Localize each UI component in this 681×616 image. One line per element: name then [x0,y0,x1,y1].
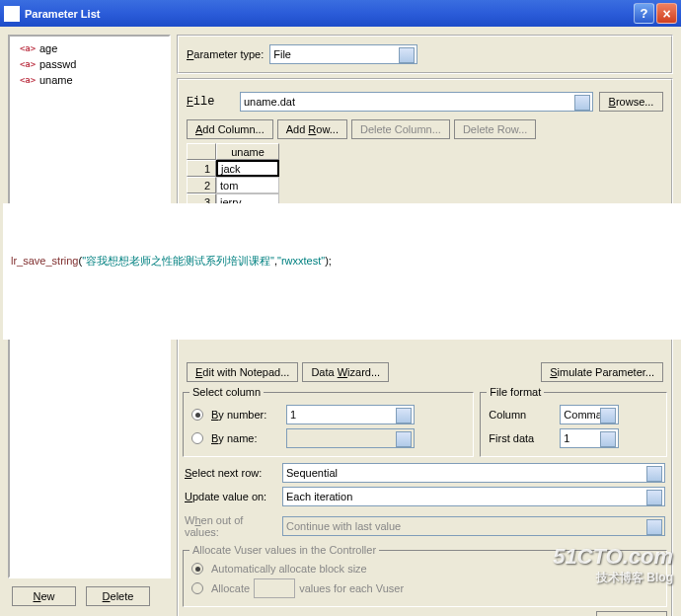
grid-col-header[interactable]: uname [216,143,279,160]
auto-allocate-label: Automatically allocate block size [211,563,367,575]
update-value-value: Each iteration [286,491,352,502]
chevron-down-icon [401,436,409,440]
tree-item-uname[interactable]: a uname [12,72,167,88]
param-icon: a [20,74,36,86]
row-number: 1 [187,160,216,177]
column-label: Column [489,409,556,421]
row-number: 2 [187,177,216,193]
chevron-down-icon [605,436,613,440]
column-format-row: Select column By number: 1 By name: [183,386,667,457]
file-format-group: File format Column Comma First data 1 [480,392,667,457]
allocate-n-row: Allocate values for each Vuser [191,577,658,600]
column-delim-value: Comma [564,409,602,421]
mid-buttons-row: Edit with Notepad... Data Wizard... Simu… [183,358,667,386]
app-icon [4,6,20,22]
simulate-parameter-button[interactable]: Simulate Parameter... [541,362,663,382]
allocate-count-input [254,578,295,598]
grid-header-row: uname [187,143,279,160]
close-window-button[interactable]: × [656,3,677,24]
column-delim-select[interactable]: Comma [560,405,619,424]
chevron-down-icon [651,471,659,475]
data-grid[interactable]: uname 1 jack 2 tom 3 jerry [187,143,279,210]
delete-button[interactable]: Delete [86,586,150,606]
group-title: File format [487,386,544,398]
param-icon: a [20,58,36,70]
by-name-select [286,428,415,448]
chevron-down-icon [651,495,659,499]
column-delim-row: Column Comma [489,403,658,426]
edit-notepad-button[interactable]: Edit with Notepad... [187,362,298,382]
values-each-label: values for each Vuser [299,582,404,594]
window-title: Parameter List [25,8,632,20]
close-row: Close [183,607,667,616]
allocate-label: Allocate [211,582,250,594]
next-row-label: Select next row: [185,467,278,479]
grid-corner [187,143,216,160]
browse-button[interactable]: Browse... [599,92,663,112]
file-select[interactable]: uname.dat [240,92,593,112]
param-icon: a [20,42,36,54]
out-of-values-label: When out of values: [185,514,278,538]
by-name-label: By name: [211,432,282,444]
update-value-select[interactable]: Each iteration [282,487,665,506]
out-of-values-value: Continue with last value [286,520,401,532]
by-name-radio[interactable] [191,432,203,444]
left-buttons: New Delete [8,578,171,608]
by-number-radio[interactable] [191,409,203,421]
by-number-select[interactable]: 1 [286,405,415,424]
tree-item-label: uname [39,74,73,86]
grid-toolbar: Add Column... Add Row... Delete Column..… [183,117,667,143]
data-wizard-button[interactable]: Data Wizard... [302,362,389,382]
update-value-row: Update value on: Each iteration [183,485,667,508]
file-label: File [187,95,234,109]
by-number-row: By number: 1 [191,403,465,426]
new-button[interactable]: New [12,586,76,606]
out-of-values-select: Continue with last value [282,516,665,536]
param-type-label: Parameter type: [187,48,264,60]
auto-allocate-radio [191,563,203,575]
tree-item-label: age [39,42,57,54]
main-panel: File uname.dat Browse... Add Column... A… [177,78,673,616]
file-value: uname.dat [244,96,295,108]
help-button[interactable]: ? [634,3,654,24]
title-bar: Parameter List ? × [0,0,681,27]
next-row-row: Select next row: Sequential [183,457,667,485]
group-title: Select column [189,386,264,398]
grid-cell[interactable]: jack [216,160,279,177]
code-fn: lr_save_string [11,255,78,267]
first-data-select[interactable]: 1 [560,428,619,448]
first-data-row: First data 1 [489,426,658,450]
chevron-down-icon [404,52,412,56]
add-column-button[interactable]: Add Column... [187,119,273,139]
chevron-down-icon [401,413,409,417]
by-number-label: By number: [211,409,282,421]
table-row[interactable]: 2 tom [187,177,279,193]
param-type-panel: Parameter type: File [177,35,673,74]
next-row-select[interactable]: Sequential [282,463,665,483]
code-overlay: lr_save_string("容我想想老师之性能测试系列培训课程","rwxx… [3,203,681,340]
grid-cell[interactable]: tom [216,177,279,193]
delete-column-button: Delete Column... [351,119,450,139]
close-button[interactable]: Close [596,611,667,616]
param-type-value: File [273,48,291,60]
add-row-button[interactable]: Add Row... [277,119,347,139]
allocate-group: Allocate Vuser values in the Controller … [183,550,667,607]
tree-item-passwd[interactable]: a passwd [12,56,167,72]
chevron-down-icon [651,524,659,528]
table-row[interactable]: 1 jack [187,160,279,177]
delete-row-button: Delete Row... [454,119,536,139]
group-title: Allocate Vuser values in the Controller [189,544,379,556]
param-type-select[interactable]: File [269,44,417,64]
auto-allocate-row: Automatically allocate block size [191,561,658,577]
by-number-value: 1 [290,409,296,421]
next-row-value: Sequential [286,467,338,479]
first-data-label: First data [489,432,556,444]
by-name-row: By name: [191,426,465,450]
chevron-down-icon [579,100,587,104]
allocate-n-radio [191,582,203,594]
file-row: File uname.dat Browse... [183,84,667,117]
update-value-label: Update value on: [185,491,278,502]
tree-item-label: passwd [39,58,76,70]
chevron-down-icon [605,413,613,417]
tree-item-age[interactable]: a age [12,40,167,56]
